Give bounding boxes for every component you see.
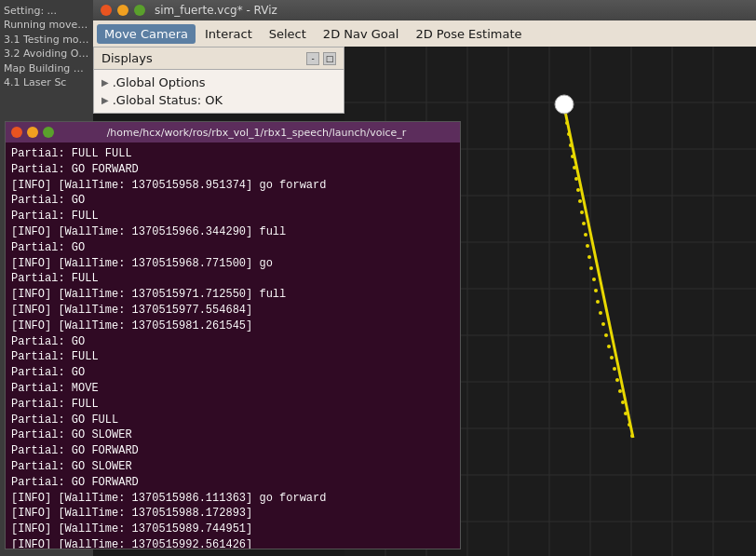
terminal-line-17: Partial: GO FULL [11,413,454,428]
terminal-line-23: [INFO] [WallTime: 1370515988.172893] [11,506,454,522]
svg-point-44 [613,367,616,371]
terminal-min-btn[interactable] [27,127,38,138]
svg-point-33 [586,244,589,248]
svg-point-35 [589,266,593,270]
terminal-line-9: [INFO] [WallTime: 1370515971.712550] ful… [11,287,454,303]
displays-maximize-btn[interactable]: □ [323,52,336,65]
svg-point-34 [587,255,591,259]
sidebar-text: Setting: ... Running move_ba 3.1 Testing… [0,0,93,93]
displays-controls: - □ [306,52,336,65]
svg-point-29 [578,199,582,203]
svg-point-41 [604,333,608,337]
terminal-line-1: Partial: GO FORWARD [11,162,454,178]
minimize-button[interactable] [117,5,128,16]
svg-point-23 [567,132,571,136]
terminal-line-16: Partial: FULL [11,397,454,413]
displays-panel: Displays - □ ▶ .Global Options ▶ .Global… [93,47,344,114]
terminal-titlebar: /home/hcx/work/ros/rbx_vol_1/rbx1_speech… [6,122,460,142]
rviz-menubar: Move Camera Interact Select 2D Nav Goal … [93,20,756,47]
svg-point-50 [630,434,634,438]
displays-content: ▶ .Global Options ▶ .Global Status: OK [94,70,344,113]
terminal-line-0: Partial: FULL FULL [11,146,454,162]
sidebar-line-1: Setting: ... [4,4,89,18]
svg-point-36 [592,278,596,281]
svg-point-43 [610,356,614,359]
terminal-line-13: Partial: FULL [11,349,454,365]
terminal-line-15: Partial: MOVE [11,381,454,397]
arrow-icon: ▶ [101,77,109,88]
terminal-line-18: Partial: GO SLOWER [11,427,454,443]
svg-point-32 [584,233,587,237]
terminal-window: /home/hcx/work/ros/rbx_vol_1/rbx1_speech… [5,121,461,549]
svg-point-39 [599,311,602,315]
menu-select[interactable]: Select [262,24,314,44]
terminal-line-19: Partial: GO FORWARD [11,443,454,459]
terminal-content[interactable]: Partial: FULL FULLPartial: GO FORWARD[IN… [6,142,460,549]
svg-point-42 [607,345,611,348]
svg-point-24 [569,143,573,147]
sidebar-line-6: 4.1 Laser Sc [4,75,89,89]
displays-minimize-btn[interactable]: - [306,52,319,65]
terminal-line-11: [INFO] [WallTime: 1370515981.261545] [11,319,454,334]
sidebar-line-4: 3.2 Avoiding Obst [4,47,89,61]
terminal-line-3: Partial: GO [11,193,454,209]
terminal-line-24: [INFO] [WallTime: 1370515989.744951] [11,522,454,537]
close-button[interactable] [101,5,112,16]
terminal-line-5: [INFO] [WallTime: 1370515966.344290] ful… [11,224,454,240]
svg-point-51 [555,95,574,114]
terminal-line-22: [INFO] [WallTime: 1370515986.111363] go … [11,491,454,507]
svg-point-48 [624,412,628,415]
terminal-max-btn[interactable] [43,127,54,138]
svg-point-25 [571,155,574,158]
terminal-title: /home/hcx/work/ros/rbx_vol_1/rbx1_speech… [59,127,454,139]
sidebar-line-3: 3.1 Testing move_ [4,33,89,47]
display-item-global-options[interactable]: ▶ .Global Options [94,74,344,91]
menu-2d-pose-estimate[interactable]: 2D Pose Estimate [408,24,529,44]
terminal-line-4: Partial: FULL [11,209,454,224]
terminal-line-10: [INFO] [WallTime: 1370515977.554684] [11,303,454,319]
terminal-line-12: Partial: GO [11,334,454,350]
menu-move-camera[interactable]: Move Camera [97,24,196,44]
rviz-title: sim_fuerte.vcg* - RViz [155,4,277,17]
terminal-line-14: Partial: GO [11,365,454,381]
svg-point-22 [565,121,569,125]
terminal-line-6: Partial: GO [11,240,454,256]
sidebar-line-2: Running move_ba [4,18,89,32]
displays-title: Displays [101,51,153,65]
svg-point-31 [582,222,586,225]
terminal-line-21: Partial: GO FORWARD [11,475,454,491]
displays-header: Displays - □ [94,47,344,70]
svg-point-26 [573,166,576,170]
arrow-icon-2: ▶ [101,95,109,105]
svg-point-49 [628,423,631,427]
svg-point-27 [574,177,578,181]
terminal-line-7: [INFO] [WallTime: 1370515968.771500] go [11,256,454,272]
maximize-button[interactable] [134,5,145,16]
display-item-global-status[interactable]: ▶ .Global Status: OK [94,91,344,109]
svg-point-38 [596,300,600,304]
sidebar-line-5: Map Building usin [4,61,89,75]
svg-point-47 [621,400,625,404]
terminal-line-25: [INFO] [WallTime: 1370515992.561426] [11,537,454,549]
terminal-close-btn[interactable] [11,127,22,138]
svg-point-37 [594,289,598,292]
svg-point-30 [580,210,584,214]
svg-point-45 [615,378,619,382]
menu-interact[interactable]: Interact [197,24,260,44]
terminal-line-20: Partial: GO SLOWER [11,459,454,475]
svg-point-28 [576,188,580,192]
menu-2d-nav-goal[interactable]: 2D Nav Goal [316,24,407,44]
terminal-line-2: [INFO] [WallTime: 1370515958.951374] go … [11,178,454,194]
rviz-titlebar: sim_fuerte.vcg* - RViz [93,0,756,20]
svg-point-40 [601,322,605,326]
svg-point-46 [618,389,622,393]
terminal-line-8: Partial: FULL [11,271,454,287]
